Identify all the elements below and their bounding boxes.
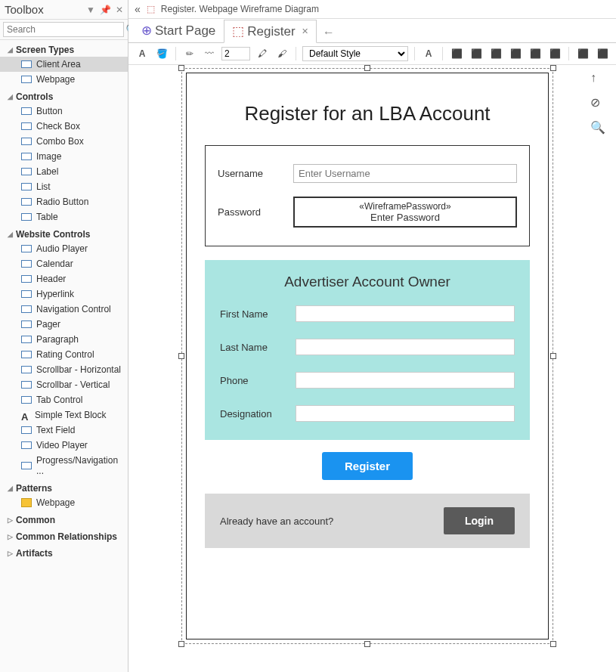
tree-group[interactable]: ▷Common Relationships xyxy=(0,527,128,543)
tab[interactable]: ⬚Register✕ xyxy=(224,20,316,43)
tree-item-label: Text Field xyxy=(36,425,75,435)
tree-item-label: Video Player xyxy=(36,440,88,451)
rect-icon xyxy=(21,245,32,252)
password-wireframe-box[interactable]: «WireframePassword» Enter Password xyxy=(293,197,517,228)
tree-item[interactable]: Radio Button xyxy=(0,194,128,209)
tree-group[interactable]: ◢Controls xyxy=(0,87,128,104)
wireframe-client-area[interactable]: Register for an LBA Account Username Pas… xyxy=(186,73,549,639)
rect-icon xyxy=(21,122,32,130)
owner-field-input[interactable] xyxy=(296,339,515,355)
tree-item[interactable]: Paragraph xyxy=(0,332,128,347)
caret-down-icon[interactable]: ◢ xyxy=(8,485,13,492)
pin-icon[interactable]: 📌 xyxy=(100,5,111,15)
align-left-icon[interactable]: ⬛ xyxy=(449,46,464,61)
tree-item[interactable]: Scrollbar - Horizontal xyxy=(0,362,128,377)
owner-field-input[interactable] xyxy=(296,405,515,422)
tree-item[interactable]: Progress/Navigation ... xyxy=(0,453,128,478)
folder-icon xyxy=(21,498,32,507)
tab-close-icon[interactable]: ✕ xyxy=(302,26,308,36)
toolbox-search-input[interactable] xyxy=(3,22,124,37)
tree-item[interactable]: Hyperlink xyxy=(0,286,128,302)
tree-group[interactable]: ▷Common xyxy=(0,510,128,527)
login-box: Already have an account? Login xyxy=(205,494,530,548)
font-color-icon[interactable]: A xyxy=(135,46,150,61)
align-center-icon[interactable]: ⬛ xyxy=(469,46,484,61)
tree-item-label: Pager xyxy=(36,319,60,330)
tree-item-label: Header xyxy=(36,274,66,284)
caret-down-icon[interactable]: ◢ xyxy=(8,231,13,238)
tree-item[interactable]: Rating Control xyxy=(0,347,128,362)
resize-handle-se[interactable] xyxy=(550,641,556,647)
register-button[interactable]: Register xyxy=(322,452,413,480)
caret-right-icon[interactable]: ▷ xyxy=(8,533,13,540)
resize-handle-s[interactable] xyxy=(364,641,370,647)
tree-item[interactable]: Text Field xyxy=(0,423,128,438)
line-style-icon[interactable]: 〰 xyxy=(202,46,217,61)
tree-group[interactable]: ◢Patterns xyxy=(0,478,128,495)
resize-handle-w[interactable] xyxy=(178,353,184,359)
tree-item[interactable]: Webpage xyxy=(0,72,128,87)
fill-color-icon[interactable]: 🪣 xyxy=(154,46,169,61)
login-button[interactable]: Login xyxy=(444,507,515,534)
tree-item[interactable]: Button xyxy=(0,104,128,119)
resize-handle-ne[interactable] xyxy=(550,65,556,71)
tree-item[interactable]: Combo Box xyxy=(0,134,128,149)
collapse-icon[interactable]: « xyxy=(135,3,141,15)
tree-item[interactable]: Webpage xyxy=(0,495,128,510)
tree-item[interactable]: Navigation Control xyxy=(0,302,128,317)
caret-right-icon[interactable]: ▷ xyxy=(8,516,13,524)
align-right-icon[interactable]: ⬛ xyxy=(488,46,503,61)
username-input[interactable] xyxy=(293,164,517,183)
highlight-icon[interactable]: 🖍 xyxy=(255,46,270,61)
tab-back-icon[interactable]: ← xyxy=(317,23,341,42)
close-icon[interactable]: ✕ xyxy=(116,5,123,15)
tree-item[interactable]: Table xyxy=(0,209,128,225)
filter-icon[interactable]: ⬛ xyxy=(575,46,590,61)
tree-group[interactable]: ◢Website Controls xyxy=(0,225,128,241)
tree-item[interactable]: Tab Control xyxy=(0,392,128,407)
tree-group-label: Controls xyxy=(16,91,53,102)
caret-right-icon[interactable]: ▷ xyxy=(8,550,13,557)
line-width-input[interactable] xyxy=(221,47,250,60)
resize-handle-e[interactable] xyxy=(550,353,556,359)
tree-item-label: Radio Button xyxy=(36,197,88,207)
selection-frame[interactable]: Register for an LBA Account Username Pas… xyxy=(186,73,549,639)
caret-down-icon[interactable]: ◢ xyxy=(8,46,13,54)
tree-item[interactable]: Header xyxy=(0,271,128,286)
group-icon[interactable]: ⬛ xyxy=(528,46,543,61)
tree-item[interactable]: Video Player xyxy=(0,438,128,453)
resize-handle-nw[interactable] xyxy=(178,65,184,71)
tree-item[interactable]: Pager xyxy=(0,317,128,332)
style-select[interactable]: Default Style xyxy=(302,46,408,61)
diagram-icon: ⬚ xyxy=(147,4,155,14)
tree-item[interactable]: ASimple Text Block xyxy=(0,407,128,423)
tree-item[interactable]: Client Area xyxy=(0,57,128,72)
tree-item-label: Hyperlink xyxy=(36,289,74,299)
distribute-icon[interactable]: ⬛ xyxy=(508,46,523,61)
rect-icon xyxy=(21,462,32,469)
owner-field-input[interactable] xyxy=(296,372,515,389)
tree-item[interactable]: List xyxy=(0,179,128,194)
tree-item[interactable]: Audio Player xyxy=(0,241,128,256)
tree-item[interactable]: Scrollbar - Vertical xyxy=(0,377,128,392)
tree-group[interactable]: ▷Artifacts xyxy=(0,543,128,560)
caret-down-icon[interactable]: ◢ xyxy=(8,93,13,101)
brush-icon[interactable]: 🖌 xyxy=(274,46,289,61)
owner-row: Last Name xyxy=(220,339,515,355)
font-color2-icon[interactable]: A xyxy=(421,46,436,61)
line-color-icon[interactable]: ✏ xyxy=(182,46,197,61)
layout-icon[interactable]: ⬛ xyxy=(595,46,610,61)
tree-item[interactable]: Check Box xyxy=(0,119,128,134)
ungroup-icon[interactable]: ⬛ xyxy=(547,46,562,61)
resize-handle-n[interactable] xyxy=(364,65,370,71)
tree-group[interactable]: ◢Screen Types xyxy=(0,40,128,57)
tab[interactable]: ⊕Start Page xyxy=(133,19,224,42)
tree-item[interactable]: Calendar xyxy=(0,256,128,271)
owner-field-input[interactable] xyxy=(296,305,515,322)
tree-item[interactable]: Label xyxy=(0,164,128,179)
canvas[interactable]: ↑ ⊘ 🔍 Register for an LBA Account xyxy=(128,65,616,672)
password-stereotype: «WireframePassword» xyxy=(298,201,512,212)
dropdown-icon[interactable]: ▼ xyxy=(86,5,95,15)
resize-handle-sw[interactable] xyxy=(178,641,184,647)
tree-item[interactable]: Image xyxy=(0,149,128,164)
